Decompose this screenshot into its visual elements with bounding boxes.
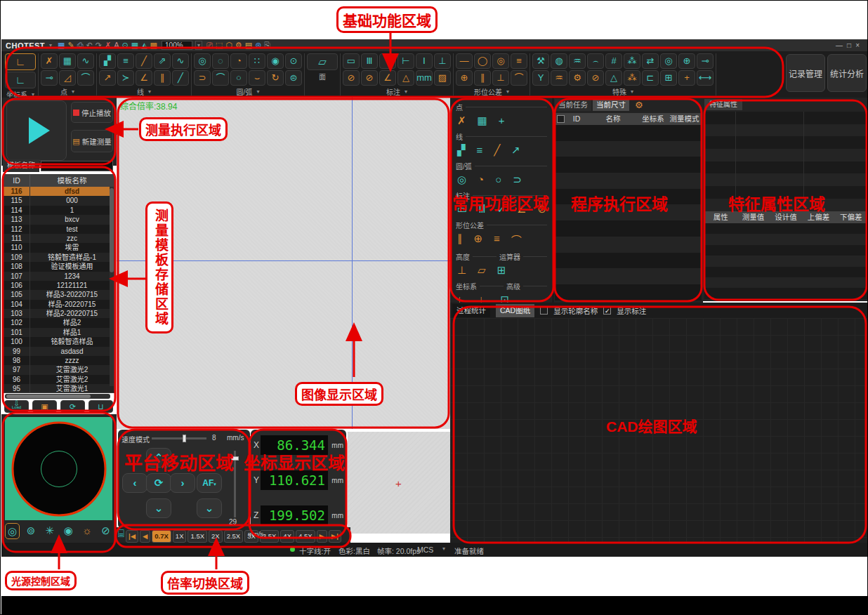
toolbar-icon-button[interactable]: mm	[416, 70, 433, 86]
cube-icon[interactable]: ⬡	[224, 41, 234, 50]
common-function-icon[interactable]: ⊃	[513, 173, 522, 186]
mag-option-4X[interactable]: 4X	[280, 530, 294, 543]
display-icon[interactable]: ⎚	[205, 41, 214, 50]
common-function-icon[interactable]: ⊥	[457, 264, 466, 277]
toolbar-icon-button[interactable]: ∠	[379, 70, 396, 86]
group-dropdown-icon[interactable]: ▾	[405, 88, 407, 95]
template-row[interactable]: 111zzc	[4, 234, 114, 243]
mag-option-1.5X[interactable]: 1.5X	[188, 530, 207, 543]
toolbar-icon-button[interactable]: ◔	[230, 53, 247, 69]
status-mcs-select[interactable]: MCS	[417, 545, 433, 554]
toolbar-icon-button[interactable]: ⚙	[569, 70, 586, 86]
toolbar-icon-button[interactable]: ⊥	[492, 70, 509, 86]
common-function-icon[interactable]: ╱	[494, 144, 500, 157]
common-function-icon[interactable]: ✗	[457, 114, 466, 127]
template-row[interactable]: 113bxcv	[4, 215, 114, 224]
toolbar-icon-button[interactable]: ⌣	[249, 70, 265, 86]
mag-first-button[interactable]: |◀	[126, 530, 138, 543]
template-row[interactable]: 104样品-20220715	[4, 300, 114, 309]
palette-icon[interactable]: ▩	[149, 41, 159, 50]
autofocus-icon[interactable]: A	[112, 41, 120, 50]
toolbar-icon-button[interactable]: ⌢	[587, 53, 604, 69]
toolbar-icon-button[interactable]: ⊘	[587, 70, 604, 86]
print-icon[interactable]: ⎙	[76, 41, 85, 50]
status-crosshair[interactable]: 十字线:开	[299, 545, 331, 556]
program-settings-gear-icon[interactable]: ⚙	[635, 100, 643, 110]
toolbar-icon-button[interactable]: ♒	[569, 53, 586, 69]
template-row[interactable]: 101样品1	[4, 328, 114, 337]
undo-icon[interactable]: ↶	[85, 41, 94, 50]
stage-right-button[interactable]: ›	[170, 473, 195, 493]
load-template-button[interactable]: ⇩Load	[4, 400, 29, 413]
z-speed-slider[interactable]	[234, 451, 236, 517]
records-management-button[interactable]: 记录管理	[786, 54, 825, 92]
template-row[interactable]: 97艾雷激光2	[4, 365, 114, 374]
toolbar-icon-button[interactable]: ◯	[474, 53, 491, 69]
template-horizontal-scrollbar[interactable]	[5, 394, 110, 399]
common-function-icon[interactable]: ⊕	[474, 232, 483, 247]
toolbar-icon-button[interactable]: ∥	[154, 70, 171, 86]
toolbar-icon-button[interactable]: ≻	[117, 70, 134, 86]
bulb-icon[interactable]: ☼	[80, 523, 95, 539]
group-dropdown-icon[interactable]: ▾	[256, 88, 259, 95]
toolbar-icon-button[interactable]: Ⅰ	[416, 53, 433, 69]
common-function-icon[interactable]: ▱	[478, 264, 486, 277]
toolbar-icon-button[interactable]: ⊏	[642, 70, 659, 86]
toolbar-icon-button[interactable]: +	[678, 70, 695, 86]
toolbar-icon-button[interactable]: △	[397, 70, 414, 86]
toolbar-icon-button[interactable]: ◎	[194, 53, 211, 69]
refresh-template-button[interactable]: ⟳	[60, 400, 85, 413]
toolbar-icon-button[interactable]: ⌒	[511, 70, 527, 86]
toolbar-icon-button[interactable]: ▦	[59, 53, 76, 69]
toolbar-icon-button[interactable]: ⊙	[285, 53, 302, 69]
toolbar-icon-button[interactable]: ∠	[136, 70, 152, 86]
toolbar-icon-button[interactable]: ⊃	[194, 70, 211, 86]
group-dropdown-icon[interactable]: ▾	[148, 88, 151, 95]
toolbar-icon-button[interactable]: ∟	[5, 72, 36, 88]
template-row[interactable]: 110埃雷	[4, 243, 114, 252]
common-function-icon[interactable]: ◎	[457, 173, 466, 186]
tab-feature-attributes[interactable]: 特征属性	[704, 99, 742, 110]
mirror-icon[interactable]: ◭	[140, 41, 148, 50]
toolbar-icon-button[interactable]: ⁂	[624, 70, 640, 86]
group-dropdown-icon[interactable]: ▾	[631, 88, 633, 95]
toolbar-icon-button[interactable]: ○	[230, 70, 247, 86]
toolbar-icon-button[interactable]: ↗	[99, 70, 116, 86]
toolbar-icon-button[interactable]: ◎	[492, 53, 509, 69]
toolbar-icon-button[interactable]: ⊢	[397, 53, 414, 69]
group-dropdown-icon[interactable]: ▾	[72, 88, 74, 95]
segment-light-icon[interactable]: ✳	[42, 523, 57, 539]
toolbar-icon-button[interactable]: ◉	[267, 53, 284, 69]
toolbar-icon-button[interactable]: ▨	[434, 70, 451, 86]
common-function-icon[interactable]: ≡	[477, 144, 483, 157]
toolbar-icon-button[interactable]: ◍	[551, 53, 567, 69]
toolbar-icon-button[interactable]: ◌	[212, 53, 229, 69]
template-row[interactable]: 102样品2	[4, 318, 114, 327]
template-row[interactable]: 109铭毅智造样品-1	[4, 253, 114, 262]
globe-icon[interactable]: ⊛	[254, 41, 263, 50]
bulb-off-icon[interactable]: ⊘	[98, 523, 113, 539]
zoom-dropdown-icon[interactable]: ▾	[195, 41, 202, 50]
toolbar-icon-button[interactable]: ≡	[117, 53, 134, 69]
common-function-icon[interactable]: ▦	[478, 114, 487, 127]
toolbar-icon-button[interactable]: ▞	[99, 53, 116, 69]
toolbar-icon-button[interactable]: ▱	[307, 53, 338, 70]
tab-current-dimension[interactable]: 当前尺寸	[593, 99, 629, 111]
new-measurement-button[interactable]: ▤ 新建测量	[71, 130, 113, 152]
toolbar-icon-button[interactable]: —	[456, 53, 473, 69]
app-menu-dropdown-icon[interactable]: ▾	[48, 41, 53, 50]
template-name-tab[interactable]: 模板名称	[3, 159, 39, 172]
stage-left-button[interactable]: ‹	[122, 473, 147, 493]
camera-thumbnail[interactable]: +	[348, 432, 450, 534]
z-down-button[interactable]: ⌄	[197, 498, 222, 518]
template-row[interactable]: 116dfsd	[4, 187, 114, 196]
toolbar-icon-button[interactable]: #	[605, 53, 622, 69]
toolbar-icon-button[interactable]: ⁂	[624, 53, 640, 69]
toolbar-icon-button[interactable]: ⊘	[361, 70, 378, 86]
template-name-input[interactable]	[41, 161, 113, 171]
status-color-mode[interactable]: 色彩:黑白	[338, 545, 370, 556]
toolbar-icon-button[interactable]: ∿	[77, 53, 94, 69]
minimize-button[interactable]: —	[836, 41, 847, 49]
template-row[interactable]: 103样品2-20220715	[4, 309, 114, 318]
mag-prev-button[interactable]: ◀	[140, 530, 150, 543]
